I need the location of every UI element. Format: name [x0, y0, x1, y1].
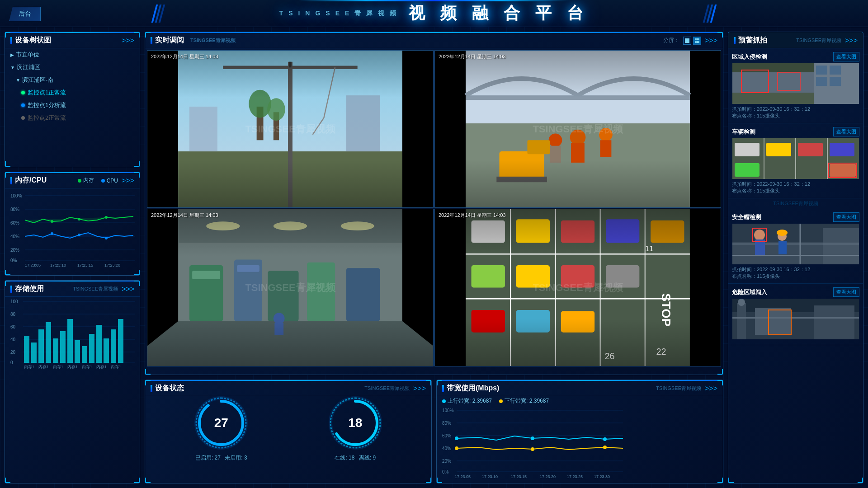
svg-text:17:23:20: 17:23:20	[104, 263, 120, 267]
video-overlay-2	[435, 51, 721, 207]
video-cell-2[interactable]: 2022年12月14日 星期三 14:03 TSINGSEE青犀视频	[434, 50, 721, 208]
main-layout: 设备树状图 >>> ▶ 市直单位 ▼ 滨江浦区 ▼ 滨江浦区-南	[0, 27, 868, 488]
svg-rect-153	[816, 66, 827, 75]
device-tree-more[interactable]: >>>	[122, 37, 134, 45]
bandwidth-more[interactable]: >>>	[705, 385, 717, 393]
mid-watermark: TSINGSEE青犀视频	[728, 198, 863, 209]
svg-text:100%: 100%	[10, 193, 22, 198]
svg-text:17:23:15: 17:23:15	[511, 474, 527, 479]
svg-text:40%: 40%	[10, 234, 19, 239]
header-left-deco	[154, 5, 163, 23]
memory-legend: 内存	[78, 177, 94, 184]
video-grid: 2022年12月14日 星期三 14:03 TSINGSEE青犀视频	[145, 48, 723, 368]
alert-scene-3-svg	[732, 224, 859, 264]
svg-rect-186	[755, 308, 791, 335]
alert-view-btn-4[interactable]: 查看大图	[833, 287, 859, 297]
svg-point-138	[455, 436, 458, 440]
alert-time-3: 抓拍时间：2022-09-30 16：32：12	[732, 266, 810, 273]
split-1-btn[interactable]	[683, 37, 691, 45]
video-cell-3[interactable]: 2022年12月14日 星期三 14:03 TSINGSEE青犀视频	[147, 209, 434, 366]
tree-item-4[interactable]: 监控点1分析流	[5, 99, 140, 112]
video-overlay-1	[147, 51, 433, 207]
alert-img-4	[732, 299, 859, 339]
svg-point-140	[603, 437, 607, 441]
back-button[interactable]: 后台	[9, 7, 41, 21]
tree-item-3[interactable]: 监控点1正常流	[5, 86, 140, 99]
video-overlay-4	[435, 209, 721, 366]
alert-more[interactable]: >>>	[845, 37, 858, 45]
alert-view-btn-3[interactable]: 查看大图	[833, 212, 859, 222]
cpu-more[interactable]: >>>	[122, 177, 134, 185]
tree-item-5[interactable]: 监控点2正常流	[5, 112, 140, 124]
video-more[interactable]: >>>	[705, 37, 717, 45]
device-status-title: 设备状态	[151, 384, 184, 393]
svg-point-16	[78, 234, 80, 236]
video-cell-1[interactable]: 2022年12月14日 星期三 14:03 TSINGSEE青犀视频	[147, 50, 434, 208]
tree-label: 监控点1分析流	[28, 101, 66, 109]
upload-legend: 上行带宽: 2.39687	[442, 397, 492, 405]
svg-rect-166	[798, 143, 823, 156]
bandwidth-legend: 上行带宽: 2.39687 下行带宽: 2.39687	[437, 396, 723, 405]
svg-text:17:23:10: 17:23:10	[50, 263, 66, 267]
realtime-video-panel: 实时调阅 TSINGSEE青犀视频 分屏：	[145, 32, 723, 375]
cpu-legend-item: CPU	[101, 177, 118, 184]
bw-legend: 上行带宽: 2.39687 下行带宽: 2.39687	[442, 397, 717, 405]
bandwidth-logo: TSINGSEE青犀视频	[656, 385, 701, 392]
split-4-btn[interactable]	[693, 37, 701, 45]
tree-item-2[interactable]: ▼ 滨江浦区-南	[5, 74, 140, 86]
alert-meta-3: 抓拍时间：2022-09-30 16：32：12 布点名称：115摄像头	[732, 266, 859, 280]
title-icon	[151, 385, 152, 392]
svg-rect-40	[67, 319, 73, 363]
alert-view-btn-2[interactable]: 查看大图	[833, 127, 859, 136]
svg-rect-44	[96, 325, 102, 363]
device-status-more[interactable]: >>>	[413, 385, 426, 393]
svg-rect-43	[89, 334, 94, 363]
alert-item-3-header: 安全帽检测 查看大图	[732, 212, 859, 222]
online-value: 18	[348, 416, 362, 430]
video-timestamp-4: 2022年12月14日 星期三 14:03	[439, 212, 506, 219]
started-gauge: 27	[192, 394, 250, 452]
alert-name-1: 区域入侵检测	[732, 53, 767, 61]
title-icon	[10, 37, 12, 44]
tree-item-0[interactable]: ▶ 市直单位	[5, 48, 140, 61]
device-status-header: 设备状态 TSINGSEE青犀视频 >>>	[145, 380, 431, 396]
video-cell-4[interactable]: 2022年12月14日 星期三 14:03 TSINGSEE青犀视频	[434, 209, 721, 366]
storage-more[interactable]: >>>	[122, 285, 134, 293]
tree-item-1[interactable]: ▼ 滨江浦区	[5, 61, 140, 74]
cpu-legend: 内存 CPU	[78, 177, 118, 184]
svg-text:0: 0	[10, 360, 13, 365]
svg-text:内存1: 内存1	[24, 365, 34, 369]
svg-rect-46	[111, 329, 116, 363]
svg-rect-173	[823, 228, 859, 264]
header-title: TSINGSEE青犀视频 视 频 融 合 平 台	[279, 2, 589, 24]
alert-view-btn-1[interactable]: 查看大图	[833, 52, 859, 61]
tree-label: 监控点1正常流	[28, 89, 66, 97]
svg-text:60%: 60%	[10, 221, 19, 225]
started-text: 已启用:	[195, 455, 215, 461]
svg-text:17:23:05: 17:23:05	[25, 263, 41, 267]
svg-text:80%: 80%	[442, 421, 451, 426]
svg-point-14	[105, 216, 108, 219]
header-deco	[298, 0, 570, 1]
online-labels: 在线: 18 离线: 9	[326, 454, 385, 462]
title-icon	[442, 385, 444, 392]
svg-rect-181	[778, 241, 787, 254]
bandwidth-header: 带宽使用(Mbps) TSINGSEE青犀视频 >>>	[437, 380, 723, 396]
alert-item-2: 车辆检测 查看大图	[728, 123, 863, 198]
started-labels: 已启用: 27 未启用: 3	[192, 454, 250, 462]
alert-meta-2: 抓拍时间：2022-09-30 16：32：12 布点名称：115摄像头	[732, 181, 859, 194]
alert-time-2: 抓拍时间：2022-09-30 16：32：12	[732, 181, 810, 188]
svg-text:内存1: 内存1	[67, 365, 78, 369]
tree-label: 滨江浦区	[17, 63, 40, 71]
alert-camera-1: 布点名称：115摄像头	[732, 113, 780, 119]
unstarted-text: 未启用:	[225, 455, 244, 461]
header: 后台 TSINGSEE青犀视频 视 频 融 合 平 台	[0, 0, 868, 27]
chevron-icon: ▼	[10, 65, 15, 70]
svg-point-141	[455, 446, 458, 450]
title-icon	[10, 286, 12, 293]
svg-text:60: 60	[10, 324, 16, 329]
tree-label: 滨江浦区-南	[22, 76, 53, 84]
svg-text:60%: 60%	[442, 433, 451, 438]
video-title: 实时调阅 TSINGSEE青犀视频	[151, 36, 236, 45]
mid-column: 实时调阅 TSINGSEE青犀视频 分屏：	[145, 32, 723, 483]
